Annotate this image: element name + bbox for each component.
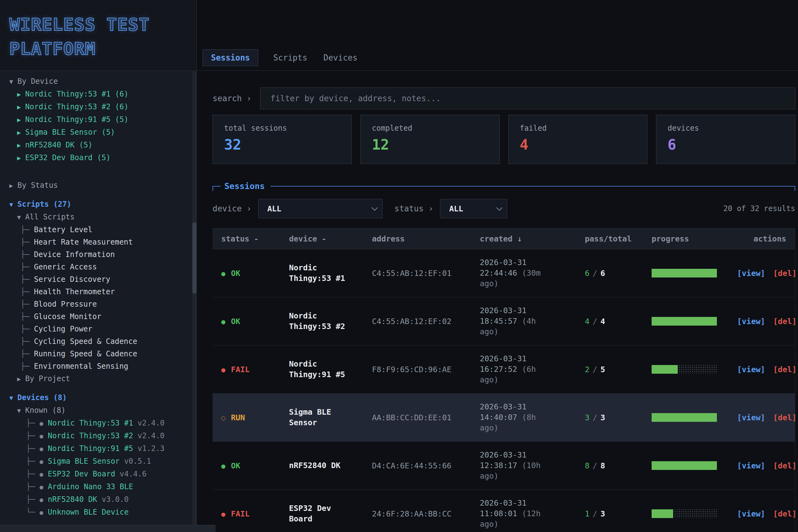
tree-item-script[interactable]: ├─ Blood Pressure xyxy=(0,298,196,310)
progress-cell xyxy=(644,269,737,278)
actions-cell: [view][del] xyxy=(737,461,798,470)
tree-section-scripts[interactable]: ▼Scripts (27) xyxy=(0,198,196,211)
column-header-pass-total[interactable]: pass/total xyxy=(576,234,644,243)
status-dot-icon: ● xyxy=(221,462,225,470)
status-label: OK xyxy=(231,461,240,470)
tree-item-device-filter[interactable]: ▶ESP32 Dev Board (5) xyxy=(0,151,196,164)
tree-item-script[interactable]: ├─ Glucose Monitor xyxy=(0,310,196,323)
triangle-right-icon: ▶ xyxy=(17,375,21,383)
tree-item-device-filter[interactable]: ▶Sigma BLE Sensor (5) xyxy=(0,126,196,139)
tree-item-device[interactable]: ├─ ● Arduino Nano 33 BLE xyxy=(0,480,196,493)
delete-button[interactable]: [del] xyxy=(773,365,796,374)
view-button[interactable]: [view] xyxy=(737,413,765,422)
table-row[interactable]: ●OK Nordic Thingy:53 #2 C4:55:AB:12:EF:0… xyxy=(213,297,795,345)
triangle-right-icon: ▶ xyxy=(17,141,21,149)
tree-branch-glyph: ├─ xyxy=(20,225,30,234)
tree-item-device-filter[interactable]: ▶Nordic Thingy:53 #2 (6) xyxy=(0,100,196,113)
sidebar-scrollbar-track[interactable] xyxy=(192,71,196,525)
delete-button[interactable]: [del] xyxy=(773,269,796,278)
tree-item-device[interactable]: ├─ ● Nordic Thingy:53 #1 v2.4.0 xyxy=(0,417,196,430)
tree-item-script[interactable]: ├─ Device Information xyxy=(0,248,196,261)
delete-button[interactable]: [del] xyxy=(773,317,796,326)
column-header-device[interactable]: device - xyxy=(280,234,364,243)
status-cell: ●FAIL xyxy=(213,365,280,374)
sidebar-footer-bar xyxy=(0,525,216,532)
table-row[interactable]: ●FAIL ESP32 Dev Board 24:6F:28:AA:BB:CC … xyxy=(213,490,795,532)
column-header-actions: actions xyxy=(737,234,795,243)
delete-button[interactable]: [del] xyxy=(773,461,796,470)
tree-branch-glyph: ├─ xyxy=(20,275,30,284)
tree-section-by-project[interactable]: ▶By Project xyxy=(0,373,196,385)
column-header-created[interactable]: created ↓ xyxy=(470,234,576,243)
created-cell: 2026-03-31 22:44:46 (30m ago) xyxy=(470,257,576,289)
tree-section-all-scripts[interactable]: ▼All Scripts xyxy=(0,211,196,224)
tree-item-script[interactable]: ├─ Cycling Speed & Cadence xyxy=(0,335,196,348)
tree-item-device[interactable]: ├─ ● Nordic Thingy:53 #2 v2.4.0 xyxy=(0,430,196,442)
tree-item-script[interactable]: ├─ Service Discovery xyxy=(0,273,196,286)
section-title: Sessions xyxy=(224,181,265,191)
stat-card-devices: devices 6 xyxy=(656,115,795,164)
tab-devices[interactable]: Devices xyxy=(315,50,366,66)
search-input[interactable] xyxy=(260,88,795,109)
tab-sessions[interactable]: Sessions xyxy=(203,49,258,66)
delete-button[interactable]: [del] xyxy=(773,413,796,422)
sidebar-tree: ▼By Device ▶Nordic Thingy:53 #1 (6) ▶Nor… xyxy=(0,71,196,519)
tree-item-script[interactable]: ├─ Environmental Sensing xyxy=(0,360,196,373)
filter-row: device › ALL status › ALL 20 of 32 resul… xyxy=(213,199,795,218)
tree-item-script[interactable]: ├─ Generic Access xyxy=(0,261,196,273)
status-spinner-icon: ◌ xyxy=(221,414,225,422)
view-button[interactable]: [view] xyxy=(737,461,765,470)
device-cell: ESP32 Dev Board xyxy=(280,503,364,524)
app-logo: WIRELESS TEST PLATFORM xyxy=(0,0,196,71)
table-row[interactable]: ●OK nRF52840 DK D4:CA:6E:44:55:66 2026-0… xyxy=(213,442,795,490)
tree-item-device-filter[interactable]: ▶Nordic Thingy:53 #1 (6) xyxy=(0,88,196,100)
tree-item-script[interactable]: ├─ Battery Level xyxy=(0,224,196,236)
table-row[interactable]: ●OK Nordic Thingy:53 #1 C4:55:AB:12:EF:0… xyxy=(213,249,795,297)
tree-item-device[interactable]: ├─ ● nRF52840 DK v3.0.0 xyxy=(0,493,196,506)
actions-cell: [view][del] xyxy=(737,509,798,518)
pass-total-cell: 1/3 xyxy=(576,509,644,518)
triangle-down-icon: ▼ xyxy=(17,407,21,414)
actions-cell: [view][del] xyxy=(737,269,798,278)
progress-bar xyxy=(652,413,717,422)
status-filter-select[interactable]: ALL xyxy=(440,199,507,218)
tree-item-device[interactable]: ├─ ● Sigma BLE Sensor v0.5.1 xyxy=(0,455,196,468)
tree-section-known[interactable]: ▼Known (8) xyxy=(0,404,196,417)
view-button[interactable]: [view] xyxy=(737,317,765,326)
table-row-running[interactable]: ◌RUN Sigma BLE Sensor AA:BB:CC:DD:EE:01 … xyxy=(213,394,795,442)
view-button[interactable]: [view] xyxy=(737,509,765,518)
delete-button[interactable]: [del] xyxy=(773,509,796,518)
triangle-down-icon: ▼ xyxy=(9,78,13,86)
pass-total-cell: 4/4 xyxy=(576,317,644,326)
tree-item-script[interactable]: ├─ Health Thermometer xyxy=(0,286,196,298)
tree-item-device-filter[interactable]: ▶nRF52840 DK (5) xyxy=(0,139,196,151)
tree-item-device[interactable]: ├─ ● ESP32 Dev Board v4.4.6 xyxy=(0,468,196,480)
device-cell: Sigma BLE Sensor xyxy=(280,407,364,428)
tree-item-device[interactable]: ├─ ● Nordic Thingy:91 #5 v1.2.3 xyxy=(0,442,196,455)
tree-item-script[interactable]: ├─ Running Speed & Cadence xyxy=(0,348,196,360)
view-button[interactable]: [view] xyxy=(737,269,765,278)
stat-label: completed xyxy=(372,124,488,133)
column-header-progress[interactable]: progress xyxy=(644,234,737,243)
status-label: RUN xyxy=(231,413,245,422)
tree-item-script[interactable]: ├─ Cycling Power xyxy=(0,323,196,335)
device-filter-select[interactable]: ALL xyxy=(258,199,382,218)
device-dot-icon: ● xyxy=(39,509,43,516)
sidebar-scrollbar-thumb[interactable] xyxy=(192,222,196,293)
table-row[interactable]: ●FAIL Nordic Thingy:91 #5 F8:F9:65:CD:96… xyxy=(213,345,795,394)
tree-branch-glyph: ├─ xyxy=(20,312,30,321)
tree-section-by-device[interactable]: ▼By Device xyxy=(0,75,196,88)
tree-branch-glyph: ├─ xyxy=(26,432,35,440)
tree-section-by-status[interactable]: ▶By Status xyxy=(0,179,196,192)
tree-item-script[interactable]: ├─ Heart Rate Measurement xyxy=(0,236,196,248)
tab-scripts[interactable]: Scripts xyxy=(265,50,315,66)
view-button[interactable]: [view] xyxy=(737,365,765,374)
status-cell: ●OK xyxy=(213,269,280,278)
tree-branch-glyph: ├─ xyxy=(20,349,30,358)
column-header-status[interactable]: status - xyxy=(213,234,280,243)
column-header-address[interactable]: address xyxy=(364,234,470,243)
tree-section-devices[interactable]: ▼Devices (8) xyxy=(0,392,196,404)
app-logo-line1: WIRELESS TEST xyxy=(9,13,196,37)
tree-item-device[interactable]: └─ ● Unknown BLE Device xyxy=(0,506,196,519)
tree-item-device-filter[interactable]: ▶Nordic Thingy:91 #5 (5) xyxy=(0,113,196,126)
